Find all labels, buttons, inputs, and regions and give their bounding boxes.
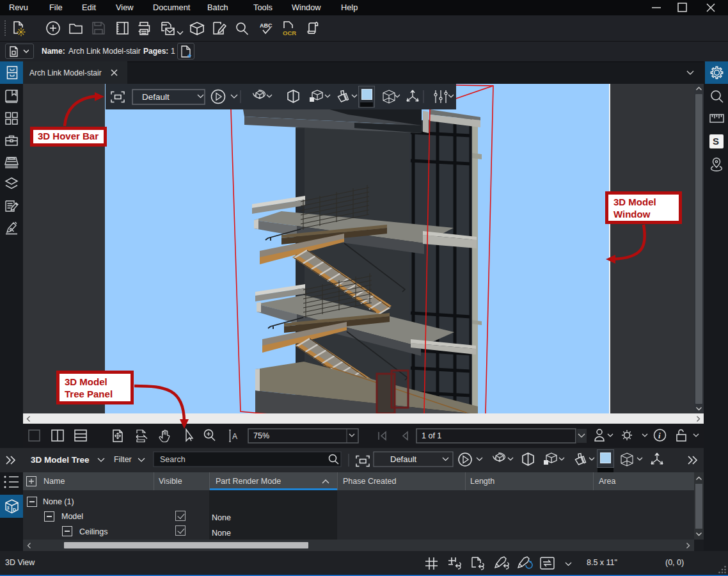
svg-text:Search: Search [160,455,186,464]
svg-text:ABC: ABC [260,22,273,29]
svg-text:Filter: Filter [114,455,132,464]
svg-text:3D Model Tree: 3D Model Tree [31,455,90,465]
svg-text:OCR: OCR [283,29,296,36]
svg-text:D: D [13,508,16,512]
svg-text:Default: Default [142,92,170,102]
svg-text:1 of 1: 1 of 1 [422,431,441,440]
svg-text:75%: 75% [253,431,269,440]
svg-text:3: 3 [7,506,10,510]
svg-text:Default: Default [390,454,417,464]
svg-text:i: i [658,431,661,440]
svg-text:A: A [232,432,237,441]
